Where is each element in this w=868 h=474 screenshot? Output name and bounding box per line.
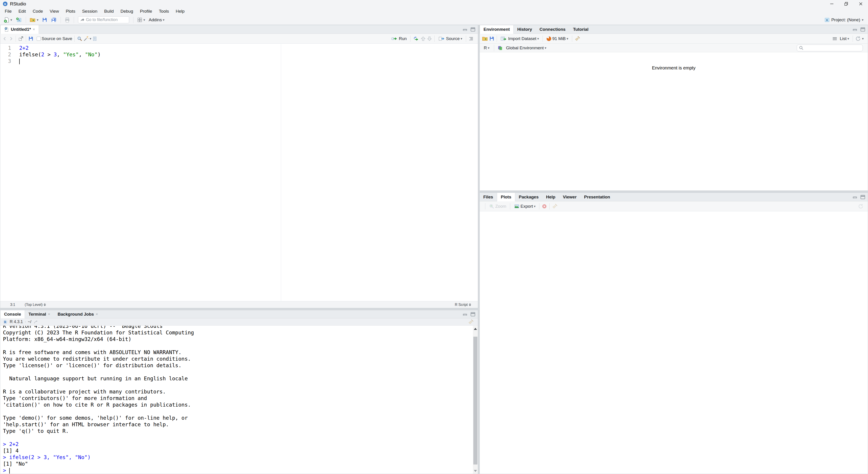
minimize-pane-icon[interactable] xyxy=(852,27,858,32)
goto-file-input[interactable] xyxy=(86,18,127,22)
refresh-icon[interactable] xyxy=(858,203,864,209)
compile-report-icon[interactable] xyxy=(92,36,97,41)
next-chunk-icon[interactable] xyxy=(427,36,432,41)
list-view-button[interactable]: List xyxy=(838,35,850,42)
files-tab-help[interactable]: Help xyxy=(542,193,559,201)
code-tools-icon[interactable] xyxy=(83,36,89,41)
menu-code[interactable]: Code xyxy=(29,8,46,14)
maximize-pane-icon[interactable] xyxy=(860,195,866,200)
project-switcher[interactable]: R Project: (None) xyxy=(824,17,866,23)
clear-objects-icon[interactable] xyxy=(575,36,580,41)
files-tab-files[interactable]: Files xyxy=(480,193,497,201)
scroll-up-arrow[interactable] xyxy=(473,326,478,331)
menu-file[interactable]: File xyxy=(1,8,15,14)
close-button[interactable] xyxy=(854,0,868,8)
menu-profile[interactable]: Profile xyxy=(136,8,156,14)
filetype-selector[interactable]: R Script xyxy=(455,303,471,307)
maximize-pane-icon[interactable] xyxy=(470,312,475,317)
restore-button[interactable] xyxy=(839,0,854,8)
menu-session[interactable]: Session xyxy=(79,8,101,14)
minimize-pane-icon[interactable] xyxy=(852,195,858,200)
import-dataset-button[interactable]: Import Dataset xyxy=(499,35,540,42)
console-tab-terminal[interactable]: Terminal xyxy=(25,310,54,318)
zoom-plot-button[interactable]: Zoom xyxy=(488,203,508,210)
menu-view[interactable]: View xyxy=(46,8,62,14)
code-editor[interactable]: 12+22ifelse(2 > 3, "Yes", "No")3 xyxy=(0,44,478,301)
environment-tab-tutorial[interactable]: Tutorial xyxy=(569,25,592,33)
close-tab-icon[interactable] xyxy=(96,312,98,317)
run-button[interactable]: Run xyxy=(390,35,408,42)
console-scrollbar[interactable] xyxy=(473,326,478,474)
source-tab-untitled1[interactable]: R Untitled1* xyxy=(0,25,39,34)
menu-help[interactable]: Help xyxy=(172,8,188,14)
source-on-save-checkbox[interactable] xyxy=(37,37,41,41)
environment-tab-history[interactable]: History xyxy=(514,25,536,33)
environment-tab-connections[interactable]: Connections xyxy=(536,25,569,33)
addins-button[interactable]: Addins xyxy=(148,17,166,23)
source-button[interactable]: Source xyxy=(437,35,464,42)
chevron-down-icon xyxy=(862,18,864,22)
document-outline-icon[interactable] xyxy=(468,36,474,41)
open-file-button[interactable] xyxy=(28,16,40,24)
chevron-down-icon[interactable] xyxy=(90,37,91,40)
scroll-down-arrow[interactable] xyxy=(473,468,478,473)
export-plot-button[interactable]: Export xyxy=(513,203,537,210)
new-project-button[interactable]: R xyxy=(14,16,24,24)
back-icon[interactable] xyxy=(2,36,7,41)
console-body[interactable]: R version 4.3.1 (2023-06-16 ucrt) -- "Be… xyxy=(0,326,478,474)
minimize-pane-icon[interactable] xyxy=(462,312,468,317)
scope-selector[interactable]: (Top Level) xyxy=(25,303,46,307)
files-tab-viewer[interactable]: Viewer xyxy=(559,193,581,201)
scrollbar-thumb[interactable] xyxy=(473,337,477,465)
chevron-down-icon[interactable] xyxy=(862,37,864,40)
chevron-down-icon[interactable] xyxy=(144,18,145,22)
chevron-down-icon[interactable] xyxy=(37,18,39,22)
chevron-down-icon[interactable] xyxy=(461,37,462,40)
language-selector[interactable]: R xyxy=(483,45,491,51)
console-prompt-line[interactable]: > xyxy=(3,467,478,474)
environment-selector[interactable]: Global Environment xyxy=(504,45,548,51)
menu-debug[interactable]: Debug xyxy=(117,8,136,14)
code-line[interactable]: 12+2 xyxy=(0,45,478,51)
maximize-pane-icon[interactable] xyxy=(470,27,475,32)
menu-plots[interactable]: Plots xyxy=(62,8,79,14)
save-button[interactable] xyxy=(41,16,49,23)
code-line[interactable]: 3 xyxy=(0,58,478,64)
save-icon[interactable] xyxy=(28,36,33,41)
console-tab-background-jobs[interactable]: Background Jobs xyxy=(54,310,102,318)
forward-icon[interactable] xyxy=(8,36,13,41)
environment-tab-environment[interactable]: Environment xyxy=(480,25,514,34)
scope-label: (Top Level) xyxy=(25,303,42,307)
code-line[interactable]: 2ifelse(2 > 3, "Yes", "No") xyxy=(0,51,478,58)
close-tab-icon[interactable] xyxy=(33,27,35,32)
maximize-pane-icon[interactable] xyxy=(860,27,866,32)
minimize-button[interactable] xyxy=(825,0,839,8)
previous-chunk-icon[interactable] xyxy=(421,36,426,41)
new-file-button[interactable] xyxy=(2,16,13,24)
files-tab-packages[interactable]: Packages xyxy=(515,193,542,201)
memory-usage-button[interactable]: 91 MiB xyxy=(545,35,570,42)
load-workspace-icon[interactable] xyxy=(482,36,488,41)
clear-console-icon[interactable] xyxy=(468,319,474,325)
remove-plot-icon[interactable] xyxy=(541,204,547,209)
open-new-window-icon[interactable] xyxy=(18,36,24,41)
chevron-down-icon[interactable] xyxy=(10,18,12,22)
files-tab-presentation[interactable]: Presentation xyxy=(581,193,614,201)
environment-search-input[interactable] xyxy=(805,46,861,50)
refresh-icon[interactable] xyxy=(855,36,861,41)
menu-tools[interactable]: Tools xyxy=(156,8,172,14)
files-tab-plots[interactable]: Plots xyxy=(497,193,515,201)
menu-edit[interactable]: Edit xyxy=(15,8,29,14)
find-replace-icon[interactable] xyxy=(77,36,82,41)
close-tab-icon[interactable] xyxy=(48,312,50,317)
menu-build[interactable]: Build xyxy=(101,8,117,14)
print-button[interactable] xyxy=(63,16,71,24)
rerun-icon[interactable] xyxy=(413,36,420,41)
console-tab-console[interactable]: Console xyxy=(0,310,25,318)
save-workspace-icon[interactable] xyxy=(489,36,494,41)
minimize-pane-icon[interactable] xyxy=(462,27,468,32)
save-all-button[interactable] xyxy=(50,16,58,24)
pane-layout-button[interactable] xyxy=(136,16,147,24)
clear-plots-icon[interactable] xyxy=(552,203,558,209)
open-directory-icon[interactable] xyxy=(33,320,39,324)
